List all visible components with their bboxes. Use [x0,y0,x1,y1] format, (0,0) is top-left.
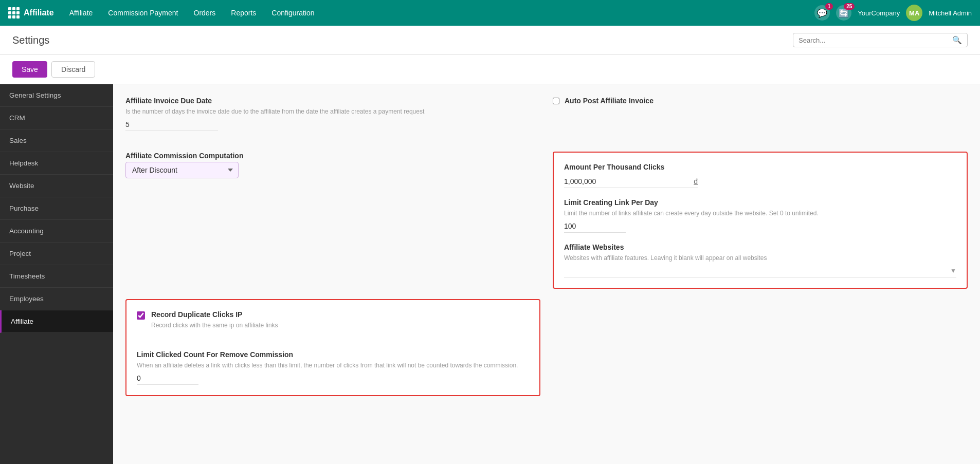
search-icon: 🔍 [952,35,962,45]
user-avatar[interactable]: MA [906,5,922,21]
commission-computation-label: Affiliate Commission Computation [125,152,540,160]
brand-name: Affiliate [24,8,54,17]
menu-commission[interactable]: Commission Payment [101,6,185,20]
save-button[interactable]: Save [12,61,47,78]
sidebar-label-project: Project [9,250,31,257]
sidebar-label-timesheets: Timesheets [9,272,45,280]
notifications-badge: 1 [825,3,833,10]
affiliate-websites-desc: Websites with affiliate features. Leavin… [564,253,956,263]
sidebar-item-accounting[interactable]: Accounting [0,220,113,243]
sidebar-item-timesheets[interactable]: Timesheets [0,265,113,288]
sidebar-item-general[interactable]: General Settings [0,84,113,107]
main-content: Affiliate Invoice Due Date Is the number… [113,84,980,464]
brand-logo[interactable]: Affiliate [8,7,54,18]
sidebar-label-employees: Employees [9,295,44,303]
top-navigation: Affiliate Affiliate Commission Payment O… [0,0,980,26]
auto-post-field: Auto Post Affiliate Invoice [553,97,968,131]
sidebar-label-sales: Sales [9,137,27,144]
currency-symbol: đ [694,177,698,185]
sidebar: General Settings CRM Sales Helpdesk Webs… [0,84,113,464]
commission-computation-field: Affiliate Commission Computation After D… [125,152,540,279]
sidebar-item-employees[interactable]: Employees [0,288,113,310]
record-duplicate-section: Record Duplicate Clicks IP Record clicks… [125,299,540,396]
top-menu: Affiliate Commission Payment Orders Repo… [62,6,813,20]
auto-post-label: Auto Post Affiliate Invoice [565,97,654,105]
right-placeholder [553,299,968,396]
amount-per-thousand-label: Amount Per Thousand Clicks [564,163,956,171]
sidebar-label-affiliate: Affiliate [11,318,33,325]
sidebar-item-website[interactable]: Website [0,175,113,197]
page-title: Settings [12,34,49,46]
invoice-due-date-label: Affiliate Invoice Due Date [125,97,540,105]
limit-link-label: Limit Creating Link Per Day [564,198,956,207]
limit-clicked-value[interactable]: 0 [137,374,198,385]
top-settings-row: Affiliate Invoice Due Date Is the number… [125,97,968,141]
auto-post-checkbox[interactable] [553,98,559,104]
settings-header: Settings 🔍 [0,26,980,55]
invoice-due-date-value[interactable]: 5 [125,120,218,131]
sidebar-item-affiliate[interactable]: Affiliate [0,310,113,333]
user-name: Mitchell Admin [929,9,972,17]
updates-button[interactable]: 🔄 25 [836,5,851,21]
record-duplicate-checkbox[interactable] [137,311,145,320]
amount-per-thousand-field: đ [564,177,698,188]
record-duplicate-content: Record Duplicate Clicks IP Record clicks… [151,310,278,334]
actions-bar: Save Discard [0,55,980,84]
main-layout: General Settings CRM Sales Helpdesk Webs… [0,84,980,464]
affiliate-websites-label: Affiliate Websites [564,243,956,251]
sidebar-label-website: Website [9,182,34,190]
affiliate-websites-select[interactable] [564,267,950,275]
computation-row: Affiliate Commission Computation After D… [125,152,968,289]
chevron-down-icon: ▼ [950,267,956,274]
search-box: 🔍 [793,33,968,47]
sidebar-item-sales[interactable]: Sales [0,129,113,152]
notifications-button[interactable]: 💬 1 [814,5,830,21]
sidebar-item-helpdesk[interactable]: Helpdesk [0,152,113,175]
record-duplicate-row: Record Duplicate Clicks IP Record clicks… [137,310,529,334]
limit-link-desc: Limit the number of links affiliate can … [564,209,956,218]
sidebar-label-helpdesk: Helpdesk [9,159,38,167]
limit-clicked-label: Limit Clicked Count For Remove Commissio… [137,350,529,359]
discard-button[interactable]: Discard [51,61,95,78]
amount-per-thousand-input[interactable] [564,177,689,185]
sidebar-item-crm[interactable]: CRM [0,107,113,129]
sidebar-item-purchase[interactable]: Purchase [0,197,113,220]
record-duplicate-desc: Record clicks with the same ip on affili… [151,321,278,330]
invoice-due-date-desc: Is the number of days the invoice date d… [125,107,540,116]
sidebar-label-crm: CRM [9,114,25,122]
sidebar-label-accounting: Accounting [9,227,44,235]
limit-clicked-desc: When an affiliate deletes a link with cl… [137,361,529,370]
sidebar-label-general: General Settings [9,91,61,99]
limit-link-value[interactable]: 100 [564,222,626,233]
menu-configuration[interactable]: Configuration [264,6,321,20]
affiliate-websites-dropdown[interactable]: ▼ [564,267,956,277]
record-duplicate-label: Record Duplicate Clicks IP [151,310,278,319]
menu-reports[interactable]: Reports [224,6,263,20]
bottom-settings-row: Record Duplicate Clicks IP Record clicks… [125,299,968,396]
company-name[interactable]: YourCompany [858,9,900,17]
updates-badge: 25 [844,3,855,10]
sidebar-item-project[interactable]: Project [0,243,113,265]
app-grid-icon [8,7,20,18]
commission-computation-select[interactable]: After Discount Before Discount [125,162,239,178]
search-input[interactable] [798,36,952,44]
amount-per-thousand-section: Amount Per Thousand Clicks đ Limit Creat… [553,152,968,289]
menu-orders[interactable]: Orders [187,6,223,20]
invoice-due-date-field: Affiliate Invoice Due Date Is the number… [125,97,540,131]
sidebar-label-purchase: Purchase [9,205,39,212]
menu-affiliate[interactable]: Affiliate [62,6,100,20]
topnav-right: 💬 1 🔄 25 YourCompany MA Mitchell Admin [814,5,972,21]
